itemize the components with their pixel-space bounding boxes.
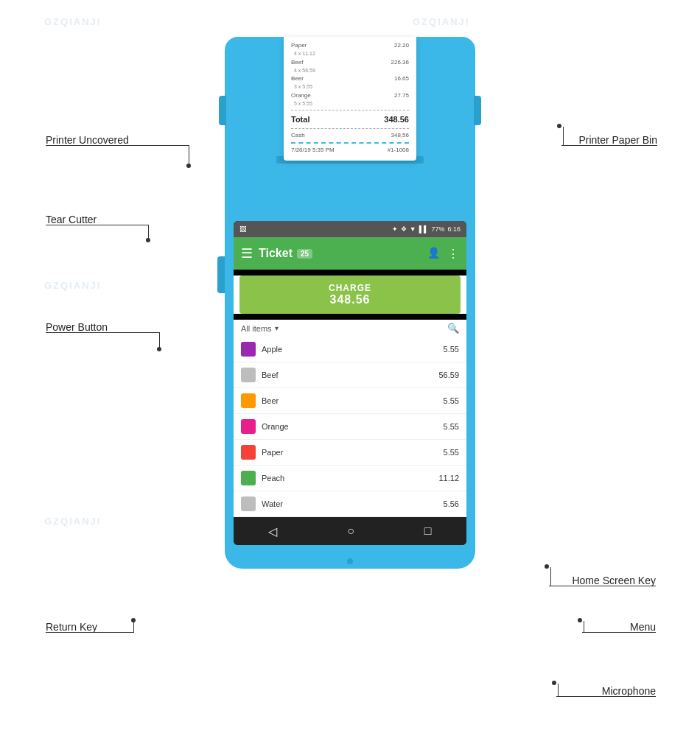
printer-paper-bin-right <box>474 96 481 125</box>
printer-paper-bin-line-h <box>561 145 657 146</box>
home-screen-key-label: Home Screen Key <box>572 575 656 586</box>
back-button[interactable]: ◁ <box>268 524 277 538</box>
item-price: 5.55 <box>444 396 459 405</box>
power-button-dot <box>157 347 161 351</box>
ticket-title: Ticket <box>259 247 293 260</box>
return-key-line-v <box>133 621 134 633</box>
bluetooth-icon: ✦ <box>392 225 398 233</box>
item-color-swatch <box>241 419 256 434</box>
tear-cutter-dot <box>146 238 150 242</box>
item-color-swatch <box>241 368 256 382</box>
receipt-total-value: 348.56 <box>384 113 409 126</box>
home-screen-key-line-v <box>550 567 551 586</box>
receipt-datetime: 7/26/19 5:35 PM <box>291 146 335 155</box>
microphone-line-v <box>558 684 559 697</box>
item-price: 5.56 <box>444 499 459 508</box>
home-button[interactable]: ○ <box>347 524 354 538</box>
item-price: 5.55 <box>444 448 459 457</box>
app-bar-title: Ticket 25 <box>259 247 421 260</box>
return-key-label: Return Key <box>46 621 97 633</box>
printer-uncovered-dot <box>186 164 191 168</box>
status-right: ✦ ❖ ▼ ▌▌ 77% 6:16 <box>392 225 461 233</box>
item-name: Water <box>262 499 444 508</box>
item-price: 56.59 <box>438 371 459 379</box>
list-item[interactable]: Apple 5.55 <box>234 337 466 362</box>
navigation-bar: ◁ ○ □ <box>234 517 466 545</box>
status-left-icons: 🖼 <box>239 225 246 233</box>
filter-bar: All items ▾ 🔍 <box>234 320 466 337</box>
watermark-5: GZQIANJI <box>44 516 101 527</box>
item-name: Beef <box>262 371 438 379</box>
item-color-swatch <box>241 342 256 357</box>
receipt-cash-label: Cash <box>291 131 305 140</box>
time-display: 6:16 <box>447 225 461 233</box>
microphone-label: Microphone <box>602 685 656 697</box>
power-button[interactable] <box>217 256 225 293</box>
tear-cutter-label: Tear Cutter <box>46 214 97 225</box>
filter-dropdown[interactable]: All items ▾ <box>241 324 279 333</box>
printer-paper-bin-dot <box>557 124 561 128</box>
battery-level: 77% <box>431 225 444 233</box>
notification-icon: 🖼 <box>239 225 246 233</box>
more-options-icon[interactable]: ⋮ <box>447 247 459 261</box>
tear-cutter-line-v <box>148 225 149 239</box>
list-item[interactable]: Water 5.56 <box>234 491 466 517</box>
list-item[interactable]: Beef 56.59 <box>234 362 466 388</box>
list-item[interactable]: Orange 5.55 <box>234 414 466 440</box>
item-list: Apple 5.55 Beef 56.59 Beer 5.55 Orange 5… <box>234 337 466 517</box>
item-price: 5.55 <box>444 422 459 431</box>
app-bar: ☰ Ticket 25 👤 ⋮ <box>234 237 466 270</box>
power-button-line-v <box>159 332 160 348</box>
item-name: Orange <box>262 422 444 431</box>
charge-amount: 348.56 <box>247 293 453 306</box>
power-button-line-h <box>46 332 160 333</box>
item-price: 5.55 <box>444 345 459 354</box>
watermark-1: GZQIANJI <box>44 16 101 27</box>
menu-line-h <box>582 632 656 633</box>
list-item[interactable]: Beer 5.55 <box>234 388 466 414</box>
menu-line-v <box>584 621 584 633</box>
dropdown-icon: ▾ <box>275 324 279 332</box>
return-key-dot <box>131 618 136 622</box>
printer-paper-bin-label: Printer Paper Bin <box>578 134 657 146</box>
item-price: 11.12 <box>438 474 459 482</box>
home-screen-key-dot <box>545 564 549 569</box>
add-person-icon[interactable]: 👤 <box>427 247 440 261</box>
item-name: Paper <box>262 448 444 457</box>
recents-button[interactable]: □ <box>424 524 432 538</box>
signal-icon: ❖ <box>401 225 407 233</box>
power-button-label: Power Button <box>46 321 108 333</box>
sim-icon: ▌▌ <box>419 225 429 233</box>
printer-uncovered-line-v <box>189 145 189 164</box>
filter-label: All items <box>241 324 272 333</box>
receipt-paper: Paper22.20 4 x 11.12 Beef226.36 4 x 56.5… <box>284 37 416 161</box>
list-item[interactable]: Peach 11.12 <box>234 466 466 491</box>
list-item[interactable]: Paper 5.55 <box>234 440 466 466</box>
watermark-2: GZQIANJI <box>413 16 469 27</box>
menu-label: Menu <box>630 621 656 633</box>
search-icon[interactable]: 🔍 <box>447 323 459 334</box>
item-color-swatch <box>241 393 256 408</box>
phone-body: 🖼 ✦ ❖ ▼ ▌▌ 77% 6:16 ☰ Ticket 25 <box>225 212 475 569</box>
tear-cutter-line-h <box>46 225 149 225</box>
printer-paper-bin-line-v <box>563 127 564 146</box>
item-name: Apple <box>262 345 444 354</box>
hamburger-menu-icon[interactable]: ☰ <box>241 245 253 262</box>
item-name: Beer <box>262 396 444 405</box>
charge-button[interactable]: CHARGE 348.56 <box>239 275 461 314</box>
item-color-swatch <box>241 445 256 460</box>
home-screen-key-line-h <box>549 586 656 586</box>
item-name: Peach <box>262 474 438 482</box>
screen: 🖼 ✦ ❖ ▼ ▌▌ 77% 6:16 ☰ Ticket 25 <box>234 221 466 545</box>
app-bar-action-icons: 👤 ⋮ <box>427 247 459 261</box>
status-bar: 🖼 ✦ ❖ ▼ ▌▌ 77% 6:16 <box>234 221 466 237</box>
printer-top: Paper22.20 4 x 11.12 Beef226.36 4 x 56.5… <box>225 37 475 214</box>
item-color-swatch <box>241 471 256 485</box>
wifi-icon: ▼ <box>410 225 416 233</box>
printer-paper-bin-button <box>219 96 226 125</box>
return-key-line-h <box>46 632 134 633</box>
charge-label: CHARGE <box>247 283 453 293</box>
microphone-line-h <box>556 696 656 697</box>
receipt-total-label: Total <box>291 113 309 126</box>
microphone-dot <box>552 681 556 685</box>
